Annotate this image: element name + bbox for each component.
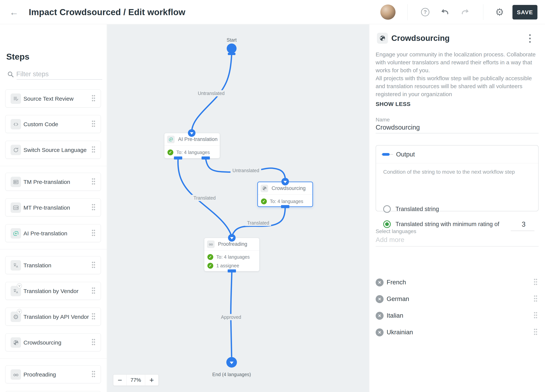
step-card-proofreading-by-vendor[interactable]: V Proofreading by Vendor: [5, 391, 101, 392]
drag-handle-icon[interactable]: [91, 204, 96, 212]
end-node[interactable]: [226, 357, 237, 368]
drag-handle-icon[interactable]: [91, 95, 96, 103]
workflow-canvas[interactable]: Untranslated Untranslated Translated Tra…: [107, 24, 369, 392]
top-bar: ← Impact Crowdsourced / Edit workflow ? …: [0, 0, 545, 24]
divider: [483, 4, 483, 20]
svg-text:G: G: [14, 206, 16, 209]
node-output-stub[interactable]: [174, 156, 182, 159]
back-arrow-icon[interactable]: ←: [8, 6, 20, 18]
radio-unchecked-icon[interactable]: [383, 205, 391, 213]
language-name: French: [387, 277, 406, 288]
group-separator: [0, 166, 107, 166]
output-title: Output: [396, 151, 415, 158]
drag-handle-icon[interactable]: [91, 261, 96, 269]
step-label: Source Text Review: [24, 90, 74, 108]
node-proofreading[interactable]: Proofreading ✓ To: 4 languages ✓ 1 assig…: [204, 238, 260, 271]
node-ai-pre-translation[interactable]: AI Pre-translation ✓ To: 4 languages: [164, 133, 220, 158]
radio-checked-icon[interactable]: [383, 220, 391, 228]
name-input[interactable]: [376, 123, 538, 131]
node-status-row: ✓ To: 4 languages: [261, 198, 303, 204]
ai-sparkle-icon: [167, 136, 175, 143]
undo-button[interactable]: [440, 7, 450, 17]
remove-language-icon[interactable]: ×: [376, 278, 384, 286]
redo-button[interactable]: [460, 7, 470, 17]
start-node[interactable]: [227, 43, 236, 53]
step-label: Proofreading by Vendor: [24, 391, 83, 392]
glasses-icon: [11, 369, 21, 380]
node-input-port[interactable]: [188, 129, 195, 137]
language-row-german: × German: [376, 293, 539, 305]
radio-translated-string[interactable]: Translated string: [383, 205, 439, 213]
step-card-source-text-review[interactable]: Source Text Review: [5, 90, 101, 107]
drag-handle-icon[interactable]: [533, 328, 538, 336]
step-inspector-panel: Crowdsourcing Engage your community in t…: [369, 24, 545, 392]
step-card-crowdsourcing[interactable]: Crowdsourcing: [5, 333, 101, 351]
step-card-translation[interactable]: A Translation: [5, 256, 101, 274]
save-button[interactable]: SAVE: [513, 5, 537, 19]
step-card-mt-pre-translation[interactable]: G MT Pre-translation: [5, 198, 101, 216]
step-description: Engage your community in the localizatio…: [376, 50, 539, 98]
check-icon: ✓: [261, 198, 267, 204]
gear-icon: ⚙: [495, 6, 504, 18]
node-input-port[interactable]: [228, 234, 235, 242]
step-card-translation-by-api-vendor[interactable]: V ⚙ Translation by API Vendor: [5, 308, 101, 326]
machine-translate-icon: G: [11, 202, 21, 213]
drag-handle-icon[interactable]: [91, 178, 96, 186]
node-crowdsourcing[interactable]: Crowdsourcing ✓ To: 4 languages: [257, 182, 313, 207]
drag-handle-icon[interactable]: [533, 295, 538, 303]
drag-handle-icon[interactable]: [91, 370, 96, 378]
drag-handle-icon[interactable]: [91, 146, 96, 154]
step-label: AI Pre-translation: [24, 224, 67, 242]
filter-steps-input[interactable]: [16, 69, 101, 79]
language-row-italian: × Italian: [376, 310, 539, 321]
node-output-stub[interactable]: [202, 156, 210, 159]
remove-language-icon[interactable]: ×: [376, 295, 384, 303]
drag-handle-icon[interactable]: [91, 338, 96, 346]
node-status-row: ✓ To: 4 languages: [167, 149, 210, 155]
help-button[interactable]: ?: [420, 7, 430, 17]
globe-icon: [260, 185, 268, 192]
language-row-french: × French: [376, 277, 539, 288]
step-label: Custom Code: [24, 115, 58, 133]
globe-icon: [11, 337, 21, 348]
start-label: Start: [227, 37, 237, 43]
remove-language-icon[interactable]: ×: [376, 328, 384, 336]
step-card-translation-by-vendor[interactable]: V A Translation by Vendor: [5, 282, 101, 300]
filter-steps-field: [6, 69, 101, 80]
step-card-ai-pre-translation[interactable]: AI Pre-translation: [5, 224, 101, 242]
edge-label: Untranslated: [230, 167, 261, 174]
step-card-switch-source-language[interactable]: Switch Source Language: [5, 141, 101, 159]
add-language-input[interactable]: [376, 236, 538, 244]
vendor-badge: V: [17, 309, 22, 314]
node-input-port[interactable]: [281, 178, 289, 185]
drag-handle-icon[interactable]: [91, 120, 96, 128]
name-field-label: Name: [376, 117, 390, 123]
drag-handle-icon[interactable]: [533, 278, 538, 286]
select-languages-label: Select languages: [376, 228, 416, 234]
drag-handle-icon[interactable]: [91, 313, 96, 321]
drag-handle-icon[interactable]: [91, 229, 96, 237]
zoom-in-button[interactable]: +: [145, 375, 158, 386]
step-card-tm-pre-translation[interactable]: TM Pre-translation: [5, 173, 101, 191]
divider: [407, 4, 408, 20]
input-underline: [511, 231, 534, 231]
language-name: Ukrainian: [387, 326, 413, 338]
drag-handle-icon[interactable]: [533, 312, 538, 319]
node-output-stub[interactable]: [228, 270, 236, 272]
step-card-proofreading[interactable]: Proofreading: [5, 365, 101, 383]
input-underline: [17, 79, 102, 80]
radio-translated-string-min-rating[interactable]: Translated string with minimum rating of: [383, 220, 499, 228]
node-output-stub[interactable]: [281, 205, 289, 208]
zoom-out-button[interactable]: −: [113, 375, 127, 386]
remove-language-icon[interactable]: ×: [376, 312, 384, 320]
show-less-link[interactable]: SHOW LESS: [376, 101, 411, 107]
step-card-custom-code[interactable]: Custom Code: [5, 115, 101, 133]
avatar[interactable]: [380, 5, 396, 20]
more-options-button[interactable]: [526, 33, 534, 43]
help-icon: ?: [421, 8, 429, 16]
start-output-stub[interactable]: [228, 53, 235, 55]
step-label: Translation by API Vendor: [24, 308, 89, 326]
drag-handle-icon[interactable]: [91, 287, 96, 295]
settings-button[interactable]: ⚙: [495, 7, 504, 17]
min-rating-input[interactable]: 3: [515, 220, 532, 228]
